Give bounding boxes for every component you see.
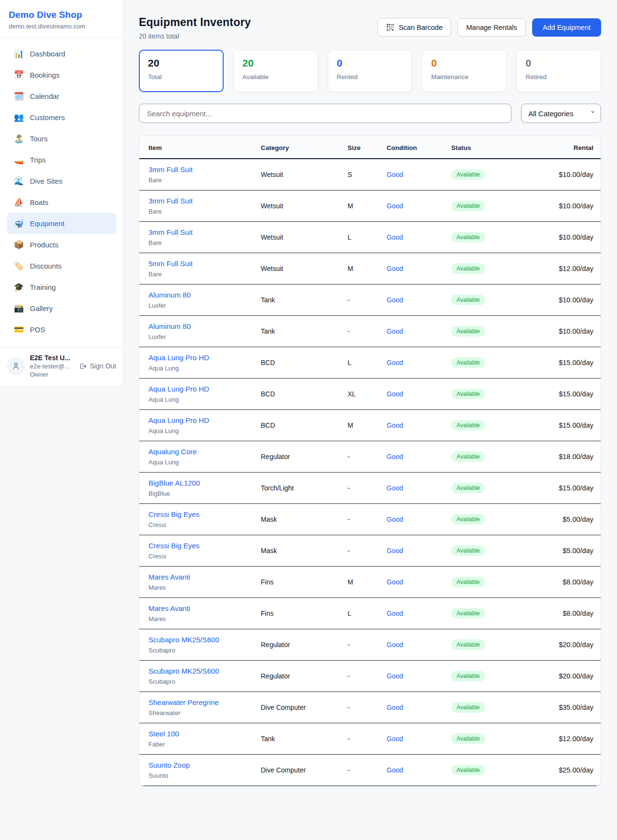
item-name-link[interactable]: Aqualung Core	[148, 447, 197, 456]
item-condition-link[interactable]: Good	[387, 233, 403, 241]
item-name-link[interactable]: 3mm Full Suit	[148, 197, 193, 205]
sidebar-nav-item[interactable]: 🚤 Trips	[7, 149, 116, 170]
item-name-link[interactable]: Suunto Zoop	[148, 761, 190, 769]
item-condition-link[interactable]: Good	[387, 547, 403, 555]
item-condition-link[interactable]: Good	[387, 578, 403, 586]
stat-label: Rented	[337, 73, 403, 81]
item-brand: Scubapro	[148, 647, 253, 654]
gallery-camera-icon: 📸	[13, 304, 24, 312]
stat-card[interactable]: 20 Total	[139, 50, 224, 92]
stat-card[interactable]: 0 Rented	[328, 50, 413, 92]
item-rental-rate: $35.00/day	[534, 692, 601, 723]
item-condition-link[interactable]: Good	[387, 265, 403, 272]
avatar	[7, 357, 25, 375]
item-condition-link[interactable]: Good	[387, 672, 403, 680]
item-name-link[interactable]: 5mm Full Suit	[148, 259, 193, 268]
category-select[interactable]: All Categories	[521, 104, 601, 123]
item-condition-link[interactable]: Good	[387, 766, 403, 774]
nav-item-label: Dive Sites	[30, 177, 63, 185]
sidebar-nav-item[interactable]: 🌊 Dive Sites	[7, 170, 116, 191]
item-name-link[interactable]: Aqua Lung Pro HD	[148, 353, 209, 362]
status-badge: Available	[451, 608, 485, 619]
sidebar-nav-item[interactable]: 🏷️ Discounts	[7, 255, 116, 276]
item-name-link[interactable]: Mares Avanti	[148, 604, 190, 612]
item-rental-rate: $5.00/day	[534, 535, 601, 567]
item-condition-link[interactable]: Good	[387, 171, 403, 178]
item-category: BCD	[261, 410, 348, 441]
item-condition-link[interactable]: Good	[387, 202, 403, 210]
item-size: -	[348, 629, 387, 661]
equipment-row: 3mm Full Suit Bare Wetsuit M Good Availa…	[139, 190, 601, 222]
item-name-link[interactable]: Aqua Lung Pro HD	[148, 416, 209, 424]
item-rental-rate: $20.00/day	[534, 661, 601, 692]
item-condition-link[interactable]: Good	[387, 610, 403, 617]
equipment-row: Aluminum 80 Luxfer Tank - Good Available…	[139, 285, 601, 316]
item-name-link[interactable]: Aqua Lung Pro HD	[148, 385, 209, 393]
item-condition-link[interactable]: Good	[387, 735, 403, 743]
stat-value: 20	[242, 57, 309, 69]
item-condition-link[interactable]: Good	[387, 421, 403, 429]
item-condition-link[interactable]: Good	[387, 484, 403, 492]
sidebar-nav-item[interactable]: 📊 Dashboard	[7, 43, 116, 64]
item-name-link[interactable]: Mares Avanti	[148, 573, 190, 581]
item-size: S	[348, 159, 387, 190]
nav-item-label: Dashboard	[30, 50, 65, 58]
sidebar-nav-item[interactable]: 📸 Gallery	[7, 298, 116, 319]
sidebar-nav-item[interactable]: 📦 Products	[7, 234, 116, 255]
item-name-link[interactable]: Scubapro MK25/S600	[148, 636, 219, 644]
scan-barcode-button[interactable]: Scan Barcode	[377, 18, 451, 37]
item-name-link[interactable]: Aluminum 80	[148, 291, 191, 299]
stat-card[interactable]: 0 Maintenance	[422, 50, 507, 92]
item-name-link[interactable]: Shearwater Peregrine	[148, 698, 219, 706]
item-condition-link[interactable]: Good	[387, 453, 403, 461]
nav-item-label: Trips	[30, 156, 46, 164]
sidebar-nav-item[interactable]: 👥 Customers	[7, 107, 116, 128]
item-category: Wetsuit	[261, 253, 348, 285]
item-condition-link[interactable]: Good	[387, 296, 403, 304]
item-condition-link[interactable]: Good	[387, 327, 403, 335]
sidebar-nav-item[interactable]: ⛵ Boats	[7, 191, 116, 213]
item-name-link[interactable]: Scubapro MK25/S600	[148, 667, 219, 675]
item-category: Torch/Light	[261, 473, 348, 504]
item-condition-link[interactable]: Good	[387, 390, 403, 398]
search-input[interactable]	[139, 104, 511, 123]
item-category: Fins	[261, 567, 348, 598]
item-brand: Aqua Lung	[148, 365, 253, 372]
item-name-link[interactable]: Cressi Big Eyes	[148, 510, 200, 518]
dive-sites-wave-icon: 🌊	[13, 177, 24, 185]
equipment-row: Mares Avanti Mares Fins M Good Available…	[139, 567, 601, 598]
item-name-link[interactable]: Steel 100	[148, 730, 179, 738]
item-name-link[interactable]: 3mm Full Suit	[148, 165, 193, 174]
stat-card[interactable]: 0 Retired	[516, 50, 601, 92]
sidebar-nav-item[interactable]: 📅 Bookings	[7, 64, 116, 85]
add-equipment-button[interactable]: Add Equipment	[532, 18, 601, 37]
item-rental-rate: $10.00/day	[534, 316, 601, 347]
item-name-link[interactable]: Aluminum 80	[148, 322, 191, 330]
item-condition-link[interactable]: Good	[387, 641, 403, 649]
item-condition-link[interactable]: Good	[387, 359, 403, 366]
column-header-status: Status	[451, 136, 534, 159]
item-name-link[interactable]: 3mm Full Suit	[148, 228, 193, 236]
item-rental-rate: $15.00/day	[534, 410, 601, 441]
manage-rentals-button[interactable]: Manage Rentals	[457, 18, 526, 37]
equipment-row: 5mm Full Suit Bare Wetsuit M Good Availa…	[139, 253, 601, 285]
discounts-tag-icon: 🏷️	[13, 262, 24, 270]
item-condition-link[interactable]: Good	[387, 515, 403, 523]
brand-title[interactable]: Demo Dive Shop	[9, 10, 114, 20]
status-badge: Available	[451, 232, 485, 243]
equipment-row: Aqua Lung Pro HD Aqua Lung BCD XL Good A…	[139, 379, 601, 410]
equipment-row: Aqua Lung Pro HD Aqua Lung BCD L Good Av…	[139, 347, 601, 379]
user-email: e2e-tester@...	[30, 363, 74, 370]
item-condition-link[interactable]: Good	[387, 704, 403, 711]
sidebar-nav-item[interactable]: 🤿 Equipment	[7, 213, 116, 234]
dashboard-chart-icon: 📊	[13, 50, 24, 58]
item-name-link[interactable]: Cressi Big Eyes	[148, 542, 200, 550]
stat-card[interactable]: 20 Available	[233, 50, 318, 92]
item-name-link[interactable]: BigBlue AL1200	[148, 479, 200, 487]
sidebar-nav-item[interactable]: 🏝️ Tours	[7, 128, 116, 149]
sign-out-button[interactable]: Sign Out	[79, 362, 116, 370]
sidebar-nav-item[interactable]: 🎓 Training	[7, 276, 116, 298]
sidebar-nav-item[interactable]: 🗓️ Calendar	[7, 85, 116, 107]
sidebar-nav-item[interactable]: 💳 POS	[7, 319, 116, 340]
item-category: Mask	[261, 535, 348, 567]
